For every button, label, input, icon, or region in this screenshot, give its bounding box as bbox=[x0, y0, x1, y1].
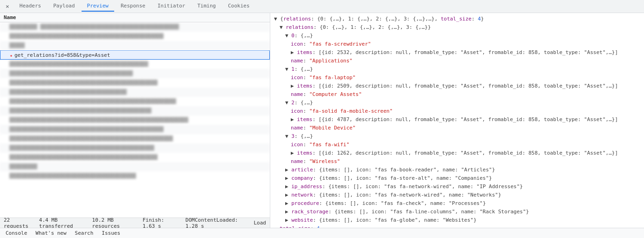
json-item-1-icon: icon : "fas fa-laptop" bbox=[274, 74, 640, 82]
collapse-toggle[interactable]: ▼ bbox=[285, 99, 291, 107]
tab-payload[interactable]: Payload bbox=[48, 1, 80, 12]
collapse-toggle[interactable]: ▶ bbox=[285, 174, 291, 183]
json-procedure-collapsed[interactable]: ▶ procedure : { items: [], icon: "fas fa… bbox=[274, 199, 640, 208]
collapse-toggle[interactable]: ▶ bbox=[285, 208, 291, 216]
selected-request-item[interactable]: ⬥ get_relations?id=858&type=Asset bbox=[0, 50, 270, 60]
list-item[interactable]: ▓▓▓▓▓▓▓▓▓▓▓▓▓▓▓▓▓▓▓▓▓▓▓▓▓▓▓▓▓▓▓▓▓▓▓▓▓▓▓▓… bbox=[0, 125, 270, 134]
dom-content-loaded-time: DOMContentLoaded: 1.28 s bbox=[185, 217, 246, 228]
transferred-size: 4.4 MB transferred bbox=[39, 217, 85, 228]
tab-timing[interactable]: Timing bbox=[192, 1, 222, 12]
load-label: Load bbox=[254, 220, 267, 226]
list-item[interactable]: ▓▓▓▓▓▓▓▓▓▓▓▓▓▓▓▓▓▓▓▓▓▓▓▓▓▓▓▓▓▓▓▓▓▓▓▓▓▓▓▓… bbox=[0, 78, 270, 88]
collapse-toggle[interactable]: ▼ bbox=[285, 65, 291, 74]
bottom-bar-issues[interactable]: Issues bbox=[98, 229, 124, 237]
json-item-3-items[interactable]: ▶ items : [ {id: 1262, description: null… bbox=[274, 149, 640, 157]
json-item-3-header[interactable]: ▼ 3 : {,…} bbox=[274, 132, 640, 141]
list-item[interactable]: ▓▓▓▓▓▓▓▓▓▓▓▓▓▓▓▓▓▓▓▓▓▓▓▓▓▓▓▓▓▓▓▓▓▓▓▓▓▓▓▓ bbox=[0, 69, 270, 78]
bottom-bar-search[interactable]: Search bbox=[71, 229, 97, 237]
collapse-toggle[interactable]: ▶ bbox=[285, 183, 291, 191]
collapse-toggle[interactable]: ▶ bbox=[291, 82, 297, 90]
collapse-toggle[interactable]: ▶ bbox=[291, 149, 297, 157]
bottom-bar-console[interactable]: Console bbox=[2, 229, 31, 237]
json-item-1-header[interactable]: ▼ 1 : {,…} bbox=[274, 65, 640, 74]
collapse-toggle[interactable]: ▼ bbox=[285, 132, 291, 141]
collapse-toggle[interactable]: ▶ bbox=[285, 216, 291, 224]
tab-bar: × Headers Payload Preview Response Initi… bbox=[0, 0, 644, 13]
json-relations-line[interactable]: ▼ relations : { 0: {,…}, 1: {,…}, 2: {,…… bbox=[274, 23, 640, 32]
json-rack-storage-collapsed[interactable]: ▶ rack_storage : { items: [], icon: "fas… bbox=[274, 208, 640, 216]
list-item[interactable]: ▓▓▓▓▓▓▓▓▓▓▓▓▓▓▓▓▓▓▓▓▓▓▓▓▓▓▓▓▓▓▓▓▓▓▓▓▓▓▓▓… bbox=[0, 60, 270, 69]
list-item[interactable]: ▓▓▓▓▓▓▓▓▓▓▓▓▓▓▓▓▓▓▓▓▓▓▓▓▓▓▓▓▓▓▓▓▓▓▓▓▓▓▓▓… bbox=[0, 106, 270, 116]
request-method-icon: ⬥ bbox=[10, 53, 13, 58]
tab-response[interactable]: Response bbox=[115, 1, 151, 12]
list-item[interactable]: ▓▓▓▓▓▓▓▓▓ bbox=[0, 162, 270, 171]
tab-initiator[interactable]: Initiator bbox=[152, 1, 191, 12]
close-icon[interactable]: × bbox=[4, 2, 11, 11]
collapse-toggle[interactable]: ▶ bbox=[291, 116, 297, 124]
json-item-2-items[interactable]: ▶ items : [ {id: 4787, description: null… bbox=[274, 116, 640, 124]
json-item-2-icon: icon : "fa-solid fa-mobile-screen" bbox=[274, 107, 640, 116]
json-network-collapsed[interactable]: ▶ network : { items: [], icon: "fas fa-n… bbox=[274, 191, 640, 199]
json-item-3-name: name : "Wireless" bbox=[274, 157, 640, 166]
json-item-1-items[interactable]: ▶ items : [ {id: 2509, description: null… bbox=[274, 82, 640, 90]
json-root-line[interactable]: ▼ { relations : { 0: {,…}, 1: {,…}, 2: {… bbox=[274, 15, 640, 23]
json-tree: ▼ { relations : { 0: {,…}, 1: {,…}, 2: {… bbox=[274, 15, 640, 228]
list-item[interactable]: ▓▓▓▓▓▓▓▓▓▓▓▓▓▓▓▓▓▓▓▓▓▓▓▓▓▓▓▓▓▓▓▓▓▓▓▓▓▓▓▓… bbox=[0, 134, 270, 143]
json-article-collapsed[interactable]: ▶ article : { items: [], icon: "fas fa-b… bbox=[274, 166, 640, 174]
json-item-0-name: name : "Applications" bbox=[274, 57, 640, 65]
json-item-0-header[interactable]: ▼ 0 : {,…} bbox=[274, 32, 640, 40]
json-total-size: total_size : 4 bbox=[274, 224, 640, 228]
bottom-bar-whats-new[interactable]: What's new bbox=[32, 229, 70, 237]
requests-list[interactable]: ▓▓▓▓▓▓▓▓▓ ▓▓▓▓▓▓▓▓▓▓▓▓▓▓▓▓▓▓▓▓▓▓▓▓▓▓▓▓▓▓… bbox=[0, 22, 270, 218]
list-item[interactable]: ▓▓▓▓▓▓▓▓▓▓▓▓▓▓▓▓▓▓▓▓▓▓▓▓▓▓▓▓▓▓▓▓▓▓▓▓▓▓▓▓… bbox=[0, 32, 270, 41]
collapse-toggle[interactable]: ▶ bbox=[291, 48, 297, 57]
json-company-collapsed[interactable]: ▶ company : { items: [], icon: "fas fa-s… bbox=[274, 174, 640, 183]
json-ip-address-collapsed[interactable]: ▶ ip_address : { items: [], icon: "fas f… bbox=[274, 183, 640, 191]
bottom-bar: Console What's new Search Issues bbox=[0, 228, 644, 238]
json-item-2-name: name : "Mobile Device" bbox=[274, 124, 640, 132]
column-header-name: Name bbox=[0, 13, 270, 22]
list-item[interactable]: ▓▓▓▓▓ bbox=[0, 41, 270, 50]
json-item-1-name: name : "Computer Assets" bbox=[274, 90, 640, 99]
status-bar: 22 requests 4.4 MB transferred 10.2 MB r… bbox=[0, 218, 270, 228]
collapse-toggle[interactable]: ▼ bbox=[280, 23, 286, 32]
finish-time: Finish: 1.63 s bbox=[143, 217, 178, 228]
left-panel: Name ▓▓▓▓▓▓▓▓▓ ▓▓▓▓▓▓▓▓▓▓▓▓▓▓▓▓▓▓▓▓▓▓▓▓▓… bbox=[0, 13, 270, 228]
resources-size: 10.2 MB resources bbox=[92, 217, 135, 228]
collapse-toggle[interactable]: ▶ bbox=[285, 166, 291, 174]
json-website-collapsed[interactable]: ▶ website : { items: [], icon: "fas fa-g… bbox=[274, 216, 640, 224]
collapse-toggle[interactable]: ▼ bbox=[274, 15, 280, 23]
json-item-2-header[interactable]: ▼ 2 : {,…} bbox=[274, 99, 640, 107]
json-item-3-icon: icon : "fas fa-wifi" bbox=[274, 141, 640, 149]
tab-preview[interactable]: Preview bbox=[82, 1, 114, 12]
json-item-0-items[interactable]: ▶ items : [ {id: 2532, description: null… bbox=[274, 48, 640, 57]
list-item[interactable]: ▓▓▓▓▓▓▓▓▓▓▓▓▓▓▓▓▓▓▓▓▓▓▓▓▓▓▓▓▓▓▓▓▓▓▓▓▓▓▓▓… bbox=[0, 143, 270, 153]
collapse-toggle[interactable]: ▼ bbox=[285, 32, 291, 40]
list-item[interactable]: ▓▓▓▓▓▓▓▓▓ ▓▓▓▓▓▓▓▓▓▓▓▓▓▓▓▓▓▓▓▓▓▓▓▓▓▓▓▓▓▓… bbox=[0, 22, 270, 32]
preview-panel[interactable]: ▼ { relations : { 0: {,…}, 1: {,…}, 2: {… bbox=[270, 13, 644, 228]
json-item-0-icon: icon : "fas fa-screwdriver" bbox=[274, 40, 640, 48]
list-item[interactable]: ▓▓▓▓▓▓▓▓▓▓▓▓▓▓▓▓▓▓▓▓▓▓▓▓▓▓▓▓▓▓▓▓▓▓▓▓▓▓▓▓… bbox=[0, 116, 270, 125]
tab-cookies[interactable]: Cookies bbox=[222, 1, 255, 12]
list-item[interactable]: ▓▓▓▓▓▓▓▓▓▓▓▓▓▓▓▓▓▓▓▓▓▓▓▓▓▓▓▓▓▓▓▓▓▓▓▓▓▓▓▓… bbox=[0, 153, 270, 162]
requests-count: 22 requests bbox=[4, 217, 32, 228]
list-item[interactable]: ▓▓▓▓▓▓▓▓▓▓▓▓▓▓▓▓▓▓▓▓▓▓▓▓▓▓▓▓▓▓▓▓▓▓▓▓▓▓ bbox=[0, 88, 270, 97]
tab-headers[interactable]: Headers bbox=[14, 1, 47, 12]
list-item[interactable]: ▓▓▓▓▓▓▓▓▓▓▓▓▓▓▓▓▓▓▓▓▓▓▓▓▓▓▓▓▓▓▓▓▓▓▓▓▓▓▓▓… bbox=[0, 97, 270, 106]
list-item[interactable]: ▓▓▓▓▓▓▓▓▓▓▓▓▓▓▓▓▓▓▓▓▓▓▓▓▓▓▓▓▓▓▓▓▓▓▓▓▓▓▓▓… bbox=[0, 171, 270, 181]
collapse-toggle[interactable]: ▶ bbox=[285, 199, 291, 208]
main-content: Name ▓▓▓▓▓▓▓▓▓ ▓▓▓▓▓▓▓▓▓▓▓▓▓▓▓▓▓▓▓▓▓▓▓▓▓… bbox=[0, 13, 644, 228]
request-name: get_relations?id=858&type=Asset bbox=[14, 52, 110, 58]
collapse-toggle[interactable]: ▶ bbox=[285, 191, 291, 199]
